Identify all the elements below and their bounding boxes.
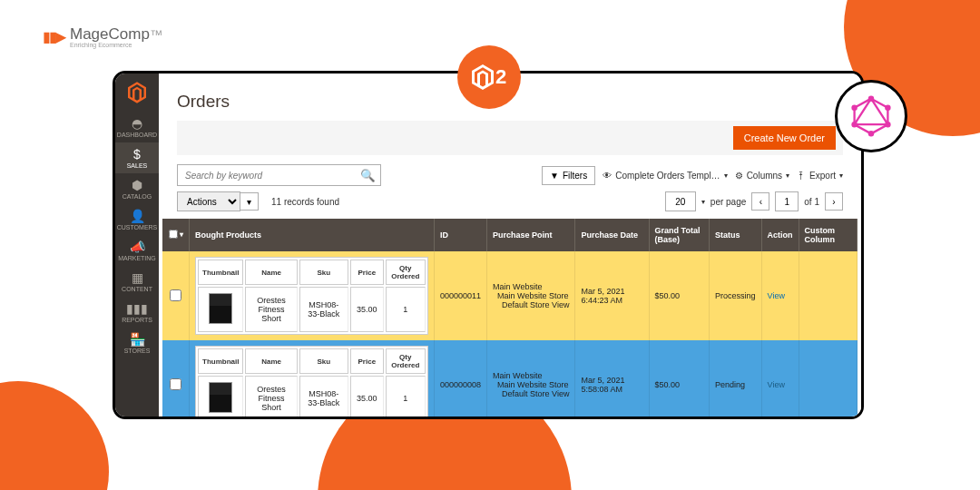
filters-button[interactable]: ▼Filters	[542, 166, 595, 185]
logo-mark-icon: ▮▮▶	[43, 28, 64, 45]
gear-icon: ⚙	[735, 171, 743, 181]
product-sku: MSH08-33-Black	[299, 376, 348, 416]
table-row[interactable]: Thumbnail Name Sku Price Qty Ordered Ore…	[162, 251, 858, 340]
sidebar-label: MARKETING	[118, 255, 156, 261]
sub-col-price: Price	[350, 348, 384, 374]
view-label: Complete Orders Templ…	[615, 171, 720, 181]
col-custom[interactable]: Custom Column	[799, 219, 858, 251]
cell-grand-total: $50.00	[650, 251, 710, 340]
search-input[interactable]	[178, 165, 355, 185]
default-view-dropdown[interactable]: 👁Complete Orders Templ…▾	[603, 171, 727, 181]
sub-toolbar: Actions ▾ 11 records found ▾ per page ‹ …	[159, 191, 861, 219]
cell-purchase-date: Mar 5, 2021 6:44:23 AM	[575, 251, 649, 340]
svg-point-5	[868, 131, 874, 136]
col-action[interactable]: Action	[762, 219, 799, 251]
sidebar-item-reports[interactable]: ▮▮▮REPORTS	[115, 297, 159, 328]
product-qty: 1	[386, 287, 426, 332]
actions-select[interactable]: Actions	[177, 191, 240, 211]
cell-status: Pending	[710, 340, 762, 416]
chevron-down-icon: ▾	[786, 172, 789, 180]
eye-icon: 👁	[603, 171, 612, 181]
magento-logo-icon	[115, 74, 159, 112]
prev-page-button[interactable]: ‹	[751, 192, 769, 211]
chevron-down-icon: ▾	[701, 198, 705, 206]
product-thumbnail-icon	[209, 293, 232, 324]
sidebar-item-dashboard[interactable]: ◓DASHBOARD	[115, 112, 159, 142]
col-grand-total[interactable]: Grand Total (Base)	[650, 219, 710, 251]
chevron-down-icon: ▾	[724, 172, 728, 180]
of-label: of 1	[804, 197, 819, 207]
logo-tagline: Enriching Ecommerce	[70, 42, 162, 48]
next-page-button[interactable]: ›	[825, 192, 843, 211]
person-icon: 👤	[115, 210, 159, 222]
sub-col-name: Name	[245, 348, 297, 374]
sub-col-qty: Qty Ordered	[386, 348, 426, 374]
product-qty: 1	[386, 376, 426, 416]
sidebar-item-sales[interactable]: $SALES	[115, 142, 159, 173]
col-purchase-point[interactable]: Purchase Point	[487, 219, 575, 251]
cell-custom	[799, 251, 858, 340]
sidebar-item-marketing[interactable]: 📣MARKETING	[115, 235, 159, 266]
product-name: Orestes Fitness Short	[245, 376, 297, 416]
sidebar-label: CUSTOMERS	[117, 224, 158, 230]
product-price: 35.00	[350, 376, 384, 416]
magento2-badge-icon: 2	[457, 45, 521, 109]
gauge-icon: ◓	[115, 117, 159, 130]
cell-id: 000000008	[435, 340, 487, 416]
view-order-link[interactable]: View	[768, 291, 785, 300]
col-id[interactable]: ID	[435, 219, 487, 251]
admin-sidebar: ◓DASHBOARD $SALES ⬢CATALOG 👤CUSTOMERS 📣M…	[115, 74, 159, 416]
sub-col-thumbnail: Thumbnail	[198, 348, 243, 374]
toolbar: 🔍 ▼Filters 👁Complete Orders Templ…▾ ⚙Col…	[159, 164, 861, 191]
view-order-link[interactable]: View	[768, 380, 785, 389]
store-icon: 🏪	[115, 333, 159, 346]
sidebar-item-stores[interactable]: 🏪STORES	[115, 328, 159, 358]
content-area: Orders Create New Order 🔍 ▼Filters 👁Comp…	[159, 74, 861, 416]
table-row[interactable]: Thumbnail Name Sku Price Qty Ordered Ore…	[162, 340, 858, 416]
sub-col-thumbnail: Thumbnail	[198, 260, 243, 285]
product-price: 35.00	[350, 287, 384, 332]
cell-status: Processing	[710, 251, 762, 340]
cell-purchase-point: Main Website Main Website Store Default …	[487, 340, 575, 416]
columns-dropdown[interactable]: ⚙Columns▾	[735, 171, 789, 181]
col-status[interactable]: Status	[710, 219, 762, 251]
create-new-order-button[interactable]: Create New Order	[733, 126, 836, 150]
chevron-down-icon: ▾	[180, 230, 183, 239]
sub-col-price: Price	[350, 260, 384, 285]
search-button[interactable]: 🔍	[355, 165, 380, 185]
layout-icon: ▦	[115, 271, 159, 284]
export-dropdown[interactable]: ⭱Export▾	[797, 171, 843, 181]
logo-name: MageComp	[70, 25, 150, 43]
select-all-checkbox[interactable]	[169, 230, 178, 239]
page-size-input[interactable]	[665, 191, 696, 211]
svg-marker-1	[855, 99, 888, 125]
sidebar-label: CONTENT	[122, 286, 152, 292]
product-sku: MSH08-33-Black	[299, 287, 348, 332]
product-thumbnail-icon	[209, 382, 232, 413]
svg-point-7	[851, 105, 857, 111]
row-checkbox[interactable]	[170, 289, 181, 301]
sidebar-item-customers[interactable]: 👤CUSTOMERS	[115, 204, 159, 235]
chart-icon: ▮▮▮	[115, 302, 159, 315]
search-box: 🔍	[177, 164, 381, 186]
search-icon: 🔍	[360, 169, 376, 182]
page-input[interactable]	[775, 191, 799, 211]
col-purchase-date[interactable]: Purchase Date	[575, 219, 649, 251]
upload-icon: ⭱	[797, 171, 806, 181]
action-banner: Create New Order	[177, 121, 843, 155]
sidebar-item-content[interactable]: ▦CONTENT	[115, 266, 159, 297]
records-found: 11 records found	[271, 197, 339, 207]
cell-purchase-date: Mar 5, 2021 5:58:08 AM	[575, 340, 649, 416]
cell-grand-total: $50.00	[650, 340, 710, 416]
svg-point-6	[851, 122, 857, 127]
sidebar-item-catalog[interactable]: ⬢CATALOG	[115, 173, 159, 204]
sidebar-label: REPORTS	[122, 317, 152, 323]
row-checkbox[interactable]	[170, 378, 181, 390]
columns-label: Columns	[747, 171, 782, 181]
col-bought-products[interactable]: Bought Products	[190, 219, 435, 251]
dollar-icon: $	[115, 148, 159, 161]
actions-apply-button[interactable]: ▾	[240, 192, 259, 211]
cell-purchase-point: Main Website Main Website Store Default …	[487, 251, 575, 340]
sub-col-sku: Sku	[299, 260, 348, 285]
graphql-badge-icon	[835, 80, 907, 152]
